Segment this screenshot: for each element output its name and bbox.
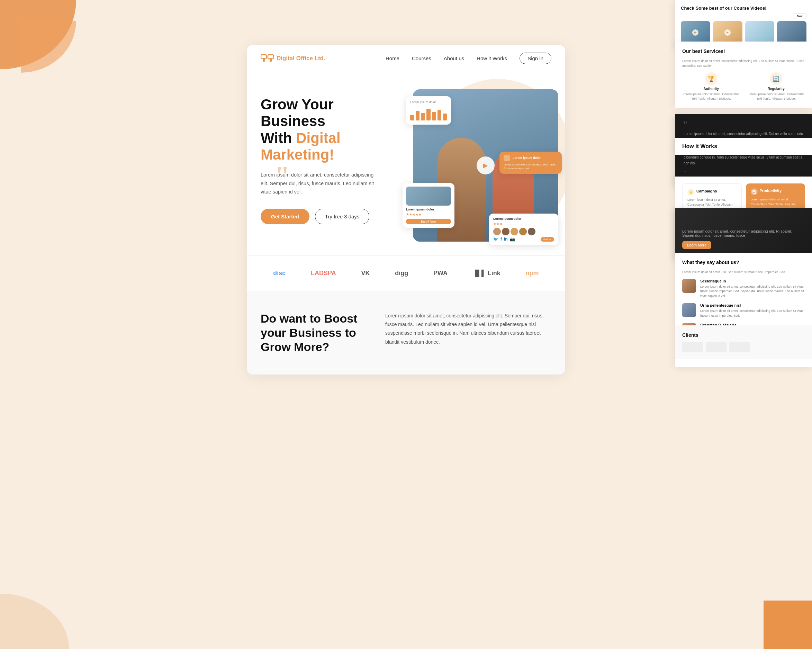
services-peek-panel: Our best Services! Lorem ipsum dolor sit… [675,41,812,108]
svg-rect-2 [263,58,265,62]
bg-decor-shape-2 [21,21,76,73]
hero-title-line2: Business [261,113,325,129]
testimonial-text-1: Lorem ipsum dolor sit amet, consectetur … [700,284,805,299]
course-card-title: Lorem ipsum dolor [406,208,451,211]
videos-next-button[interactable]: Next [794,14,806,19]
dark-quote-mark: " [684,122,804,127]
bar-7 [443,113,447,121]
bg-decor-bottom-right [763,600,812,649]
hero-right: ▶ Lorem ipsum dolor [406,89,551,255]
avatar-scelerisque [682,279,696,293]
dark-image-peek: Lorem ipsum dolor sit amet, consectetur … [675,208,812,256]
try-free-button[interactable]: Try free 3 days [315,209,369,224]
campaign-card-1-header: ⭐ Campaigns [687,189,737,195]
twitter-icon: 🐦 [493,237,498,241]
play-icon-2: ▶ [724,29,731,36]
bottom-description: Lorem ipsum dolor sit amet, consectetur … [385,312,551,347]
hero-buttons: Get Started Try free 3 days [261,209,406,224]
chart-bars [410,107,447,121]
client-logo-3 [729,342,750,352]
campaign-icon-2: 📈 [751,188,758,195]
hero-title-line3-prefix: With [261,130,296,146]
bottom-right: Lorem ipsum dolor sit amet, consectetur … [385,312,551,361]
services-title: Our best Services! [682,49,805,54]
avatar-4 [519,228,527,235]
clients-logos [682,342,805,352]
nav-link-home[interactable]: Home [386,55,400,61]
authority-label: Authority [682,87,740,91]
hero-title: Grow Your Business With Digital Marketin… [261,96,406,163]
bottom-title-line2: your Business to [261,326,356,339]
play-button[interactable]: ▶ [476,156,495,174]
regularity-desc: Lorem ipsum dolor sit amet. Consectetur.… [747,92,806,101]
get-started-button[interactable]: Get Started [261,209,310,224]
dark-image-button[interactable]: Learn More [682,241,711,249]
bottom-title-line1: Do want to Boost [261,312,357,325]
play-icon-1: ▶ [692,29,699,36]
videos-next-row: Next [681,14,806,19]
brand-npm: npm [526,270,539,277]
testimonial-name-2: Urna pellentesque nisl [700,303,805,307]
avatar-5 [528,228,536,235]
nav-item-courses[interactable]: Courses [412,55,431,62]
dark-image-content: Lorem ipsum dolor sit amet, consectetur … [682,229,805,249]
video-thumb-1[interactable]: ▶ [681,21,710,44]
float-card-notification: Lorem ipsum dolor Lorem ipsum text. Cons… [499,151,562,174]
float-card-course: Lorem ipsum dolor ★★★★★ Enroll Now [403,183,455,228]
services-desc: Lorem ipsum dolor sit amet, consectetur … [682,59,805,68]
bar-3 [421,113,425,121]
bar-2 [416,111,420,121]
bottom-section: Do want to Boost your Business to Grow M… [247,291,565,374]
brand-link: ▐▌▌ Link [473,270,501,277]
nav-item-how[interactable]: How it Works [476,55,507,62]
brand-vk: VK [361,270,370,277]
campaign-title-1: Campaigns [696,189,717,193]
follow-button[interactable]: Follow [540,237,554,241]
service-icons-row: 🏆 Authority Lorem ipsum dolor sit amet. … [682,72,805,101]
video-thumb-3[interactable] [745,21,775,44]
testimonials-intro: Lorem ipsum dolor sit amet. Piu. Sed nul… [682,270,805,275]
logo-icon [261,53,274,63]
notif-title: Lorem ipsum dolor [513,156,541,160]
bottom-title: Do want to Boost your Business to Grow M… [261,312,365,354]
how-it-works-title: How it Works [682,143,805,150]
brand-digg: digg [395,270,408,277]
hero-description: Lorem ipsum dolor sit amet, consectetur … [261,171,378,196]
testimonial-text-2: Lorem ipsum dolor sit amet, consectetur … [700,309,805,318]
social-avatars [493,228,554,235]
brand-ladspa: LADSPA [311,270,336,277]
bottom-left: Do want to Boost your Business to Grow M… [261,312,365,361]
campaign-card-2-header: 📈 Productivity [751,188,801,195]
brand-pwa: PWA [433,270,447,277]
social-bottom-row: 🐦 f in 📷 Follow [493,237,554,241]
testimonial-content-2: Urna pellentesque nisl Lorem ipsum dolor… [700,303,805,318]
close-quote-mark: " [684,170,804,177]
nav-item-home[interactable]: Home [386,55,400,62]
course-image [406,186,451,206]
testimonial-content-1: Scelerisque in Lorem ipsum dolor sit ame… [700,279,805,299]
signin-button[interactable]: Sign in [519,53,551,64]
social-icons: 🐦 f in 📷 [493,237,515,241]
float-card-social: Lorem ipsum dolor ★★★ 🐦 f [489,214,558,245]
nav-link-how[interactable]: How it Works [476,55,507,61]
bar-6 [438,110,442,121]
main-card: Digital Office Ltd. Home Courses About u… [247,45,565,374]
navbar: Digital Office Ltd. Home Courses About u… [247,45,565,72]
bg-decor-bottom-left [0,594,69,649]
videos-title: Check Some best of our Course Videos! [681,6,806,11]
testimonial-name-1: Scelerisque in [700,279,805,283]
regularity-icon-circle: 🔄 [770,72,782,85]
avatar-urna [682,303,696,317]
course-stars: ★★★★★ [406,212,451,216]
nav-link-courses[interactable]: Courses [412,55,431,61]
nav-link-about[interactable]: About us [444,55,464,61]
video-thumb-4[interactable] [777,21,806,44]
nav-item-about[interactable]: About us [444,55,464,62]
campaign-title-2: Productivity [760,189,782,193]
enroll-button[interactable]: Enroll Now [406,219,451,224]
page-wrapper: Digital Office Ltd. Home Courses About u… [0,0,812,649]
testimonial-item-2: Urna pellentesque nisl Lorem ipsum dolor… [682,303,805,318]
video-thumb-2[interactable]: ▶ [713,21,742,44]
course-image-inner [406,186,451,206]
social-card-title: Lorem ipsum dolor [493,217,554,220]
